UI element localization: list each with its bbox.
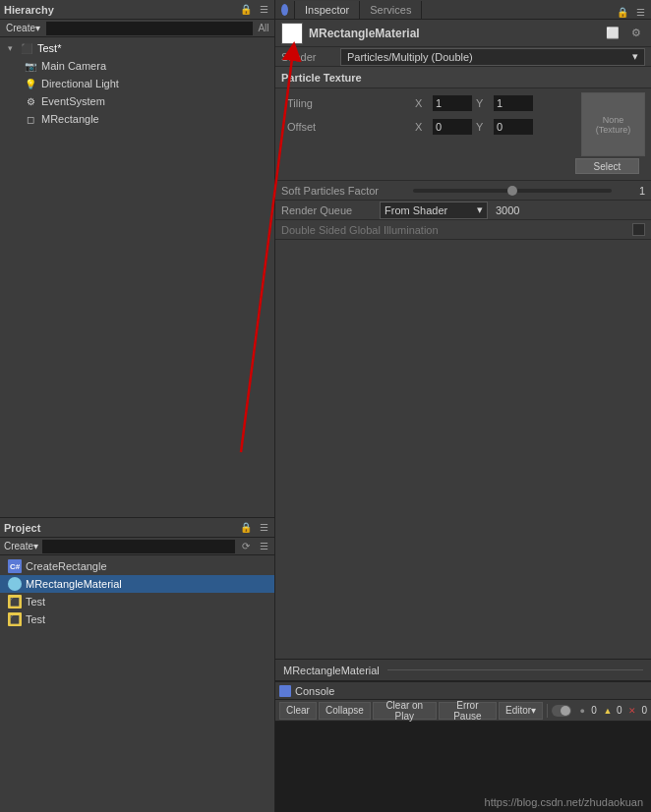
texture-coords: Tiling X Y Offset X Y	[281, 92, 581, 176]
console-title: Console	[295, 685, 334, 697]
all-label[interactable]: All	[257, 22, 270, 35]
offset-x-input[interactable]	[433, 119, 472, 135]
watermark: https://blog.csdn.net/zhudaokuan	[485, 796, 643, 808]
inspector-gear-icon[interactable]: ⚙	[627, 25, 645, 42]
project-options-icon[interactable]: ☰	[257, 540, 270, 553]
console-title-bar: Console	[275, 682, 651, 700]
tiling-label: Tiling	[287, 97, 415, 109]
console-error-pause-btn[interactable]: Error Pause	[439, 702, 497, 720]
shader-label: Shader	[281, 51, 340, 63]
project-item-mrectanglematerial[interactable]: MRectangleMaterial	[0, 575, 274, 593]
warn-icon: ▲	[601, 704, 615, 718]
inspector-lock-icon[interactable]: 🔒	[616, 5, 629, 19]
texture-none-box[interactable]: None (Texture)	[581, 92, 645, 156]
eventsystem-icon: ⚙	[24, 94, 37, 108]
toggle-knob	[561, 706, 570, 716]
console-count-info: ● 0	[575, 704, 597, 718]
hierarchy-item-directional-light[interactable]: 💡 Directional Light	[0, 75, 274, 92]
inspector-tabs: Inspector Services 🔒 ☰	[275, 0, 651, 20]
tiling-x-input[interactable]	[433, 95, 472, 111]
shader-row: Shader Particles/Multiply (Double) ▾	[275, 47, 651, 67]
offset-label: Offset	[287, 121, 415, 133]
console-count-error: ✕ 0	[625, 704, 647, 718]
editor-chevron-icon: ▾	[531, 705, 536, 716]
hierarchy-content: ▾ ⬛ Test* 📷 Main Camera 💡 Directional Li…	[0, 37, 274, 517]
light-icon: 💡	[24, 77, 37, 90]
hierarchy-item-mrectangle[interactable]: ◻ MRectangle	[0, 110, 274, 128]
particle-texture-header: Particle Texture	[275, 67, 651, 88]
soft-particles-slider[interactable]	[413, 189, 612, 193]
hierarchy-search-input[interactable]	[46, 22, 253, 35]
console-icon	[279, 685, 291, 697]
console-separator	[547, 704, 548, 718]
shader-dropdown[interactable]: Particles/Multiply (Double) ▾	[340, 48, 645, 66]
render-queue-value: 3000	[496, 204, 519, 216]
project-lock-icon[interactable]: 🔒	[239, 521, 253, 535]
hierarchy-title: Hierarchy	[4, 4, 54, 16]
inspector-expand-btn[interactable]: ⬜	[604, 25, 621, 42]
tiling-row: Tiling X Y	[281, 92, 581, 114]
offset-y-input[interactable]	[494, 119, 533, 135]
project-content: C# CreateRectangle MRectangleMaterial ⬛ …	[0, 555, 274, 812]
material-name-label: MRectangleMaterial	[309, 27, 598, 40]
info-count: 0	[591, 705, 597, 716]
cs-icon: C#	[8, 559, 22, 573]
inspector-menu-icon[interactable]: ☰	[633, 5, 647, 19]
left-panel: Hierarchy 🔒 ☰ Create ▾ All ▾ ⬛ Test* 📷 M…	[0, 0, 275, 812]
project-item-createrectangle[interactable]: C# CreateRectangle	[0, 557, 274, 575]
soft-particles-value: 1	[616, 185, 645, 197]
project-title: Project	[4, 522, 40, 534]
material-icon	[8, 577, 22, 591]
tiling-y-input[interactable]	[494, 95, 533, 111]
camera-icon: 📷	[24, 59, 37, 73]
mesh-icon: ◻	[24, 112, 37, 126]
console-count-warn: ▲ 0	[601, 704, 622, 718]
texture-select-btn[interactable]: Select	[575, 158, 639, 174]
inspector-material-header: MRectangleMaterial ⬜ ⚙	[275, 20, 651, 47]
console-editor-btn[interactable]: Editor ▾	[499, 702, 543, 720]
warn-count: 0	[617, 705, 622, 716]
console-panel: Console Clear Collapse Clear on Play Err…	[275, 680, 651, 812]
tiling-value: X Y	[415, 95, 575, 111]
hierarchy-item-main-camera[interactable]: 📷 Main Camera	[0, 57, 274, 75]
hierarchy-scene-root[interactable]: ▾ ⬛ Test*	[0, 39, 274, 57]
rq-chevron-icon: ▾	[477, 203, 483, 216]
scene-icon: ⬛	[20, 41, 33, 55]
project-item-test1[interactable]: ⬛ Test	[0, 593, 274, 610]
dsgi-checkbox[interactable]	[632, 223, 645, 236]
offset-row: Offset X Y	[281, 116, 581, 138]
hierarchy-toolbar: Create ▾ All	[0, 20, 274, 37]
project-menu-icon[interactable]: ☰	[257, 521, 270, 535]
hierarchy-item-eventsystem[interactable]: ⚙ EventSystem	[0, 92, 274, 110]
console-clear-btn[interactable]: Clear	[279, 702, 317, 720]
project-create-btn[interactable]: Create ▾	[4, 540, 38, 553]
create-dropdown[interactable]: Create ▾	[4, 22, 42, 35]
arrow-down-icon: ▾	[8, 43, 20, 53]
offset-x-label: X	[415, 121, 429, 133]
inspector-tab-icons: 🔒 ☰	[616, 5, 647, 19]
menu-icon[interactable]: ☰	[257, 3, 270, 17]
hierarchy-header-icons: 🔒 ☰	[239, 3, 270, 17]
soft-particles-label: Soft Particles Factor	[281, 185, 409, 197]
project-search-input[interactable]	[42, 540, 235, 553]
inspector-tab-icon	[275, 1, 295, 19]
texture-preview-box: None (Texture) Select	[581, 92, 645, 176]
tab-inspector[interactable]: Inspector	[295, 1, 360, 19]
offset-y-label: Y	[476, 121, 490, 133]
project-refresh-icon[interactable]: ⟳	[239, 540, 253, 553]
render-queue-dropdown[interactable]: From Shader ▾	[380, 202, 488, 219]
console-clear-on-play-btn[interactable]: Clear on Play	[373, 702, 437, 720]
project-header-icons: 🔒 ☰	[239, 521, 270, 535]
dsgi-row: Double Sided Global Illumination	[275, 220, 651, 240]
console-collapse-btn[interactable]: Collapse	[319, 702, 371, 720]
info-icon: ●	[575, 704, 589, 718]
lock-icon[interactable]: 🔒	[239, 3, 253, 17]
project-item-test2[interactable]: ⬛ Test	[0, 610, 274, 628]
dsgi-label: Double Sided Global Illumination	[281, 224, 632, 236]
project-panel: Project 🔒 ☰ Create ▾ ⟳ ☰ C# CreateRectan…	[0, 517, 274, 812]
error-icon: ✕	[625, 704, 639, 718]
tab-services[interactable]: Services	[360, 1, 422, 19]
console-toggle[interactable]	[552, 705, 571, 717]
scene-icon-1: ⬛	[8, 595, 22, 609]
particle-texture-area: Tiling X Y Offset X Y None	[275, 88, 651, 181]
